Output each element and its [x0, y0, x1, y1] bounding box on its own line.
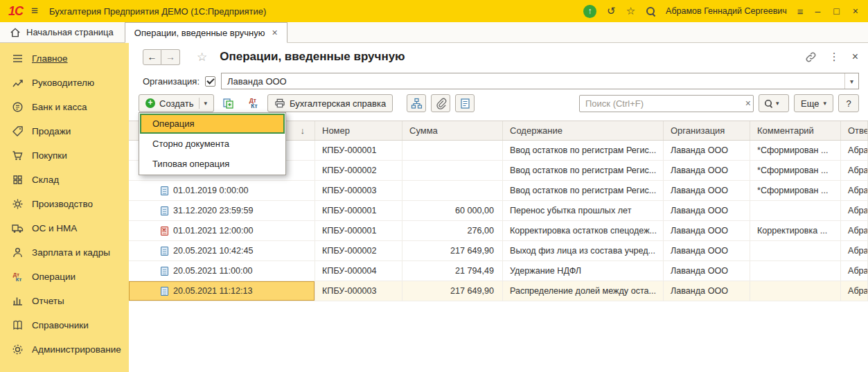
structure-icon	[411, 98, 423, 109]
sidebar-item-reports[interactable]: Отчеты	[0, 289, 129, 313]
current-user[interactable]: Абрамов Геннадий Сергеевич	[666, 6, 787, 16]
chevron-down-icon: ▾	[776, 100, 779, 107]
create-button[interactable]: + Создать ▾	[139, 94, 214, 112]
page-title: Операции, введенные вручную	[220, 50, 405, 64]
sidebar-item-warehouse[interactable]: Склад	[0, 168, 129, 192]
column-header-comment[interactable]: Комментарий	[750, 121, 841, 140]
close-window-button[interactable]: ×	[851, 6, 860, 17]
coin-icon	[10, 101, 24, 113]
chevron-down-icon: ▾	[823, 100, 826, 107]
chevron-down-icon[interactable]: ▾	[844, 73, 858, 89]
debit-credit-icon: ДтКт	[248, 98, 257, 109]
up-arrow-glyph: ↑	[588, 6, 592, 16]
minimize-button[interactable]: –	[814, 6, 822, 17]
price-tag-icon	[10, 125, 24, 137]
tab-home-label: Начальная страница	[26, 27, 114, 37]
menu-item-operation[interactable]: Операция	[140, 114, 285, 134]
sidebar-item-sales[interactable]: Продажи	[0, 119, 129, 143]
search-icon[interactable]	[646, 6, 655, 16]
report-list-icon	[459, 98, 471, 109]
document-icon	[161, 206, 168, 215]
person-icon	[10, 247, 24, 258]
app-window: 1С ≡ Бухгалтерия Предприятия ДЕМО (1С:Пр…	[0, 0, 868, 372]
more-button[interactable]: Еще ▾	[794, 94, 833, 112]
home-icon	[10, 27, 21, 38]
document-icon	[161, 247, 168, 256]
tab-close-icon[interactable]: ×	[272, 27, 278, 38]
more-actions-icon[interactable]: ⋮	[829, 51, 840, 63]
report-button[interactable]	[455, 94, 475, 112]
search-options-button[interactable]: ▾	[759, 94, 789, 112]
sidebar-item-fixed-assets[interactable]: ОС и НМА	[0, 216, 129, 240]
forward-button[interactable]: →	[161, 49, 180, 65]
debit-credit-button[interactable]: ДтКт	[243, 94, 263, 112]
copy-document-icon	[222, 98, 234, 109]
favorite-star-icon[interactable]: ☆	[197, 50, 207, 64]
sidebar-item-payroll[interactable]: Зарплата и кадры	[0, 240, 129, 265]
sidebar-item-bank-cash[interactable]: Банк и касса	[0, 95, 129, 119]
sidebar-item-main[interactable]: Главное	[0, 46, 129, 71]
bar-chart-icon	[10, 295, 24, 307]
column-header-sum[interactable]: Сумма	[402, 121, 503, 140]
table-row[interactable]: 20.05.2021 10:42:45 КПБУ-000002 217 649,…	[129, 241, 868, 261]
main-menu-icon[interactable]: ≡	[31, 4, 38, 18]
register-records-button[interactable]	[407, 94, 426, 112]
maximize-button[interactable]: □	[832, 6, 840, 17]
chevron-down-icon: ▾	[199, 98, 207, 109]
create-copy-button[interactable]	[219, 94, 238, 112]
table-row[interactable]: 31.12.2020 23:59:59 КПБУ-000001 60 000,0…	[129, 201, 868, 221]
sidebar-item-manager[interactable]: Руководителю	[0, 71, 129, 95]
title-bar: 1С ≡ Бухгалтерия Предприятия ДЕМО (1С:Пр…	[0, 0, 868, 22]
favorites-star-icon[interactable]: ☆	[626, 5, 635, 17]
functions-menu-icon[interactable]: ≡	[797, 6, 804, 17]
tab-home[interactable]: Начальная страница	[0, 22, 125, 42]
menu-item-standard-operation[interactable]: Типовая операция	[140, 154, 285, 174]
debit-credit-icon: ДтКт	[10, 272, 24, 282]
truck-icon	[10, 222, 24, 234]
clear-search-icon[interactable]: ×	[745, 98, 751, 109]
accounting-reference-button[interactable]: Бухгалтерская справка	[267, 94, 393, 112]
help-button[interactable]: ?	[838, 94, 859, 112]
column-header-content[interactable]: Содержание	[503, 121, 664, 140]
gear-icon	[10, 344, 24, 355]
printer-icon	[274, 98, 285, 109]
internet-support-icon[interactable]: ↑	[583, 5, 596, 18]
tab-operations-label: Операции, введенные вручную	[134, 28, 265, 38]
tab-operations[interactable]: Операции, введенные вручную ×	[125, 22, 287, 43]
search-icon	[764, 99, 772, 107]
table-row[interactable]: 01.01.2021 12:00:00 КПБУ-000001 276,00 К…	[129, 221, 868, 241]
column-header-number[interactable]: Номер	[315, 121, 402, 140]
content-area: ← → ☆ Операции, введенные вручную ⋮ × Ор…	[129, 43, 868, 372]
sidebar-item-administration[interactable]: Администрирование	[0, 337, 129, 362]
table-row-selected[interactable]: 20.05.2021 11:12:13 КПБУ-000003 217 649,…	[129, 281, 868, 301]
sidebar: Главное Руководителю Банк и касса Продаж…	[0, 43, 129, 372]
back-button[interactable]: ←	[143, 49, 161, 65]
menu-item-reversal[interactable]: Сторно документа	[140, 134, 285, 154]
link-icon[interactable]	[805, 51, 817, 63]
organization-select[interactable]: Лаванда ООО ▾	[221, 73, 859, 89]
sort-desc-icon: ↓	[301, 125, 305, 136]
organization-checkbox[interactable]	[205, 76, 215, 87]
history-icon[interactable]: ↺	[607, 5, 616, 17]
create-menu: Операция Сторно документа Типовая операц…	[139, 112, 286, 175]
column-header-organization[interactable]: Организация	[664, 121, 750, 140]
organization-label: Организация:	[143, 76, 200, 87]
accounting-reference-label: Бухгалтерская справка	[290, 98, 386, 109]
create-button-label: Создать	[159, 98, 193, 109]
sidebar-item-operations[interactable]: ДтКт Операции	[0, 265, 129, 289]
search-input[interactable]	[579, 95, 754, 112]
document-icon	[161, 287, 168, 296]
table-row[interactable]: 01.01.2019 0:00:00 КПБУ-000003 Ввод оста…	[129, 181, 868, 201]
book-icon	[10, 319, 24, 331]
table-row[interactable]: 20.05.2021 11:00:00 КПБУ-000004 21 794,4…	[129, 261, 868, 281]
tab-bar: Начальная страница Операции, введенные в…	[0, 22, 868, 43]
more-button-label: Еще	[801, 98, 819, 109]
sidebar-item-purchases[interactable]: Покупки	[0, 143, 129, 168]
close-page-icon[interactable]: ×	[852, 51, 858, 63]
sidebar-item-production[interactable]: Производство	[0, 192, 129, 216]
sidebar-item-references[interactable]: Справочники	[0, 313, 129, 337]
attachments-button[interactable]	[431, 94, 450, 112]
chart-up-icon	[10, 77, 24, 89]
window-title: Бухгалтерия Предприятия ДЕМО (1С:Предпри…	[49, 6, 266, 17]
column-header-responsible[interactable]: Отве...	[841, 121, 868, 140]
